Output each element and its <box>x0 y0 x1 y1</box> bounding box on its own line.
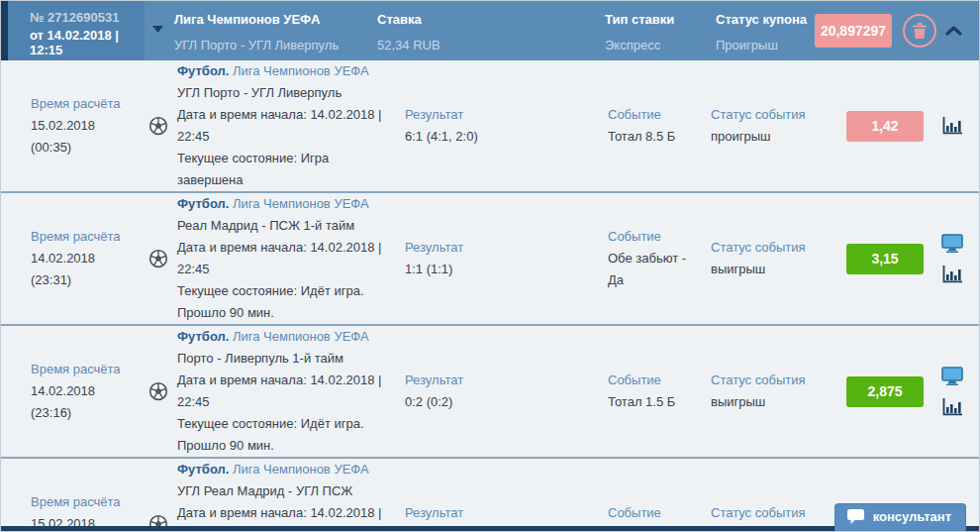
event-details-cell: Футбол. Лига Чемпионов УЕФА Реал Мадрид … <box>177 193 397 324</box>
consultant-label: консультант <box>873 509 951 524</box>
collapse-coupon-button[interactable] <box>945 26 962 36</box>
stats-button[interactable] <box>942 266 962 283</box>
sport-name: Футбол. <box>177 196 229 211</box>
coupon-number: № 2712690531 <box>30 10 145 25</box>
event-cell: Событие Тотал 8.5 Б <box>600 104 703 148</box>
event-details-cell: Футбол. Лига Чемпионов УЕФА УГЛ Реал Мад… <box>177 459 397 532</box>
stats-button[interactable] <box>942 398 962 416</box>
current-state: Текущее состояние: Идёт игра. <box>177 280 397 302</box>
event-status-label: Статус события <box>711 104 846 126</box>
current-state-extra: Прошло 90 мин. <box>177 302 397 324</box>
event-label: Событие <box>608 502 703 524</box>
event-status-value: выигрыш <box>711 391 846 413</box>
caret-down-icon[interactable] <box>145 26 170 33</box>
event-status-value: проигрыш <box>711 126 846 148</box>
event-label: Событие <box>608 104 703 126</box>
row-actions <box>924 234 977 283</box>
coupon-status-label: Статус купона <box>716 12 815 27</box>
settle-clock: (23:31) <box>31 269 140 291</box>
settle-time-label: Время расчёта <box>31 226 140 248</box>
event-value: Обе забьют - Да <box>608 248 703 291</box>
sport-icon-cell <box>140 116 177 136</box>
result-cell: Результат 0:2 (0:2) <box>397 370 600 413</box>
event-cell: Событие Обе забьют - Да <box>600 226 703 291</box>
coupon-coefficient-badge: 20,897297 <box>815 14 892 48</box>
bar-chart-icon <box>942 117 962 135</box>
soccer-ball-icon <box>148 116 168 136</box>
coupon-league-cell: Лига Чемпионов УЕФА УГЛ Порто - УГЛ Ливе… <box>174 10 377 53</box>
settle-time-label: Время расчёта <box>31 359 140 380</box>
row-actions <box>924 367 977 416</box>
match-name: Реал Мадрид - ПСЖ 1-й тайм <box>177 215 397 237</box>
trash-icon <box>913 23 927 39</box>
sport-name: Футбол. <box>177 329 229 344</box>
result-cell: Результат 1:1 (1:1) <box>397 237 600 280</box>
league-name[interactable]: Лига Чемпионов УЕФА <box>233 329 369 344</box>
stats-button[interactable] <box>942 117 962 135</box>
bar-chart-icon <box>942 398 962 416</box>
event-status-label: Статус события <box>711 237 846 259</box>
live-broadcast-button[interactable] <box>941 367 963 385</box>
result-label: Результат <box>405 104 600 126</box>
event-label: Событие <box>608 370 703 391</box>
sport-icon-cell <box>140 381 177 401</box>
coupon-type-cell: Тип ставки Экспресс <box>605 10 716 53</box>
odds-badge: 3,15 <box>846 244 924 274</box>
soccer-ball-icon <box>148 249 168 268</box>
result-label: Результат <box>405 370 600 391</box>
coupon-league-label: Лига Чемпионов УЕФА <box>174 12 377 27</box>
league-name[interactable]: Лига Чемпионов УЕФА <box>233 63 369 78</box>
result-label: Результат <box>405 502 600 524</box>
event-status-cell: Статус события выигрыш <box>703 237 846 280</box>
settle-time-label: Время расчёта <box>31 93 140 115</box>
event-details-cell: Футбол. Лига Чемпионов УЕФА УГЛ Порто - … <box>177 60 397 191</box>
result-value: 6:1 (4:1, 2:0) <box>405 126 600 148</box>
delete-coupon-button[interactable] <box>903 14 936 48</box>
result-cell: Результат 6:1 (4:1, 2:0) <box>397 104 600 148</box>
coupon-stake-value: 52,34 RUB <box>377 38 605 53</box>
event-cell: Событие Тотал 1.5 Б <box>600 370 703 413</box>
match-name: УГЛ Порто - УГЛ Ливерпуль <box>177 82 397 104</box>
event-label: Событие <box>608 226 703 248</box>
settle-clock: (00:35) <box>31 137 140 159</box>
current-state: Текущее состояние: Идёт игра. <box>177 413 397 435</box>
sport-icon-cell <box>140 249 177 268</box>
event-value: Тотал 8.5 Б <box>608 126 703 148</box>
bar-chart-icon <box>942 266 962 283</box>
settle-date: 15.02.2018 <box>31 115 140 137</box>
event-details-cell: Футбол. Лига Чемпионов УЕФА Порто - Ливе… <box>177 326 397 457</box>
live-broadcast-button[interactable] <box>941 234 963 253</box>
coupon-time: 12:15 <box>30 43 145 57</box>
current-state-extra: Прошло 90 мин. <box>177 435 397 457</box>
settle-time-cell: Время расчёта 15.02.2018 (00:35) <box>31 93 140 159</box>
accent-stripe <box>1 1 8 60</box>
event-status-value: выигрыш <box>711 259 846 280</box>
league-name[interactable]: Лига Чемпионов УЕФА <box>233 462 369 477</box>
league-name[interactable]: Лига Чемпионов УЕФА <box>233 196 369 211</box>
start-datetime: Дата и время начала: 14.02.2018 | 22:45 <box>177 370 397 413</box>
bottom-accent-bar <box>1 526 979 531</box>
coupon-date: от 14.02.2018 | <box>30 28 145 43</box>
monitor-icon <box>941 234 963 253</box>
event-status-label: Статус события <box>711 370 846 391</box>
coupon-stake-cell: Ставка 52,34 RUB <box>377 10 605 53</box>
settle-date: 14.02.2018 <box>31 380 140 402</box>
event-status-cell: Статус события проигрыш <box>703 104 846 148</box>
coupon-header[interactable]: № 2712690531 от 14.02.2018 | 12:15 Лига … <box>1 1 979 60</box>
consultant-chat-button[interactable]: консультант <box>834 503 966 531</box>
settle-time-cell: Время расчёта 14.02.2018 (23:16) <box>31 359 140 424</box>
result-label: Результат <box>405 237 600 259</box>
match-name: Порто - Ливерпуль 1-й тайм <box>177 348 397 370</box>
chat-bubble-icon <box>847 509 864 524</box>
settle-clock: (23:16) <box>31 402 140 424</box>
result-value: 1:1 (1:1) <box>405 259 600 280</box>
coupon-league-value: УГЛ Порто - УГЛ Ливерпуль <box>174 38 377 53</box>
bet-row: Время расчёта 14.02.2018 (23:31) Футбол.… <box>1 191 979 324</box>
settle-time-label: Время расчёта <box>31 491 140 513</box>
event-status-cell: Статус события выигрыш <box>703 370 846 413</box>
start-datetime: Дата и время начала: 14.02.2018 | 22:45 <box>177 237 397 280</box>
sport-name: Футбол. <box>177 462 229 477</box>
start-datetime: Дата и время начала: 14.02.2018 | 22:45 <box>177 104 397 148</box>
odds-badge: 1,42 <box>846 111 924 142</box>
bet-history-page: № 2712690531 от 14.02.2018 | 12:15 Лига … <box>0 0 980 532</box>
